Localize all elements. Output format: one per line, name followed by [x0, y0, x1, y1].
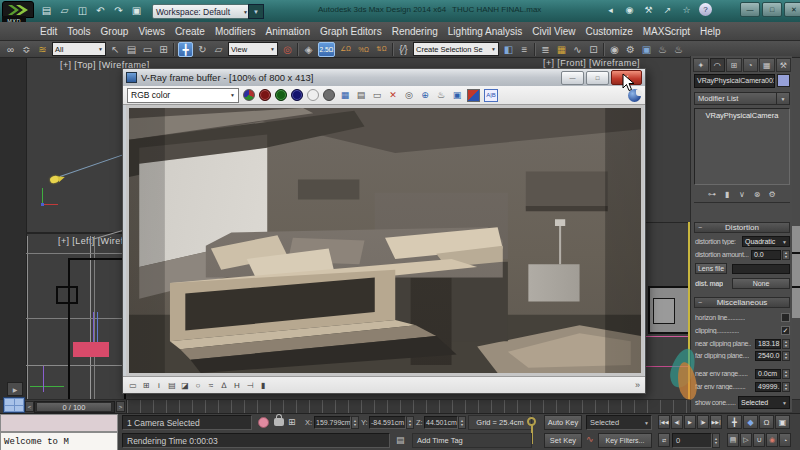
lens-file-button[interactable]: Lens file [695, 263, 727, 274]
lens-file-field[interactable] [732, 264, 790, 274]
reference-coordinate-dropdown[interactable]: View ▼ [228, 42, 278, 56]
curve-editor-icon[interactable]: ∿ [571, 43, 584, 56]
compare-ab-vertical-icon[interactable]: A|B [484, 89, 498, 102]
menu-customize[interactable]: Customize [585, 26, 632, 37]
selection-filter-dropdown[interactable]: All ▼ [52, 42, 106, 56]
menu-create[interactable]: Create [175, 26, 205, 37]
spinner-control[interactable] [782, 351, 790, 361]
angle-snap-icon[interactable]: ∠Ω [338, 43, 353, 56]
render-setup-icon[interactable]: ⚙ [624, 43, 637, 56]
close-button[interactable]: ✕ [784, 2, 800, 17]
collapse-arrow-icon[interactable]: ◂ [604, 3, 617, 16]
far-clip-field[interactable]: 2540.0 [755, 351, 781, 361]
render-production-icon[interactable]: ♨ [656, 43, 669, 56]
stamp-icon[interactable]: ▭ [128, 380, 138, 391]
tab-hierarchy-icon[interactable]: ⊞ [726, 58, 742, 72]
vfb-maximize-button[interactable]: □ [586, 71, 609, 85]
select-and-manipulate-icon[interactable]: ◈ [302, 43, 315, 56]
mirror-icon[interactable]: ◧ [502, 43, 515, 56]
time-slider-knob[interactable]: 0 / 100 [36, 402, 112, 412]
new-key-filter-icon[interactable]: ∿ [586, 434, 594, 444]
align-icon[interactable]: ≡ [518, 43, 531, 56]
menu-maxscript[interactable]: MAXScript [643, 26, 690, 37]
rollout-distortion-header[interactable]: − Distortion [694, 222, 790, 233]
select-object-icon[interactable]: ↖ [109, 43, 122, 56]
open-file-icon[interactable]: ▱ [58, 4, 71, 17]
menu-modifiers[interactable]: Modifiers [215, 26, 256, 37]
spinner-snap-icon[interactable]: ⇅Ω [374, 43, 389, 56]
icc-profile-icon[interactable]: H [232, 380, 242, 391]
previous-frame-button[interactable]: < [25, 401, 34, 412]
auto-key-button[interactable]: Auto Key [544, 415, 582, 430]
far-env-field[interactable]: 49999. [755, 382, 781, 392]
vfb-minimize-button[interactable]: — [561, 71, 584, 85]
zoom-extents-icon[interactable]: ╋ [727, 415, 742, 429]
maxscript-listener-pink[interactable] [0, 414, 118, 432]
print-image-icon[interactable]: ▤ [355, 89, 367, 102]
save-image-icon[interactable]: ▦ [339, 89, 351, 102]
tab-create-icon[interactable]: ✦ [693, 58, 709, 72]
walk-through-icon[interactable]: ◉ [766, 433, 778, 447]
menu-rendering[interactable]: Rendering [392, 26, 438, 37]
object-color-swatch[interactable] [777, 74, 790, 87]
tab-motion-icon[interactable]: ◔ [743, 58, 759, 72]
help-icon[interactable]: ? [699, 3, 712, 16]
named-selection-set-dropdown[interactable]: Create Selection Se ▼ [413, 42, 499, 56]
y-coordinate-field[interactable]: -84.591cm [369, 416, 406, 429]
next-frame-button[interactable]: > [116, 401, 125, 412]
transform-gizmo-icon[interactable]: ⊞ [288, 417, 296, 427]
color-balance-icon[interactable]: ≈ [206, 380, 216, 391]
spinner-control[interactable] [782, 339, 790, 349]
menu-civil-view[interactable]: Civil View [532, 26, 575, 37]
spinner-control[interactable] [712, 433, 720, 448]
spinner-control[interactable] [458, 416, 466, 429]
image-info-icon[interactable]: i [154, 380, 164, 391]
menu-animation[interactable]: Animation [265, 26, 309, 37]
srgb-icon[interactable]: ∆ [219, 380, 229, 391]
field-of-view-icon[interactable]: ▷ [740, 433, 752, 447]
schematic-view-icon[interactable]: ⊡ [587, 43, 600, 56]
select-and-scale-icon[interactable]: ▱ [212, 43, 225, 56]
show-pixel-info-icon[interactable]: ⊞ [141, 380, 151, 391]
stereo-icon[interactable]: ▮ [258, 380, 268, 391]
maximize-viewport-icon[interactable]: ▣ [775, 415, 790, 429]
communication-icon[interactable]: ↗ [661, 3, 674, 16]
dist-map-button[interactable]: None [732, 278, 790, 289]
menu-views[interactable]: Views [138, 26, 165, 37]
spinner-control[interactable] [406, 416, 414, 429]
clear-image-icon[interactable]: ✕ [387, 89, 399, 102]
edit-named-sets-icon[interactable]: {⁄} [397, 43, 410, 56]
load-image-icon[interactable]: ▭ [371, 89, 383, 102]
exposure-icon[interactable]: ○ [193, 380, 203, 391]
viewport-layout-tab-icon[interactable] [3, 397, 25, 413]
levels-icon[interactable]: ▤ [167, 380, 177, 391]
zoom-extents-all-icon[interactable]: ◆ [743, 415, 758, 429]
go-to-end-button[interactable]: ▶▶| [710, 415, 722, 429]
remove-modifier-icon[interactable]: ⊗ [751, 189, 763, 201]
menu-group[interactable]: Group [101, 26, 129, 37]
key-mode-toggle[interactable]: ⇄ [658, 433, 670, 447]
green-channel-icon[interactable] [275, 89, 287, 101]
play-button[interactable]: ▶ [684, 415, 696, 429]
select-and-link-icon[interactable]: ∞ [4, 43, 17, 56]
set-key-button[interactable]: Set Key [544, 433, 582, 448]
rectangular-selection-icon[interactable]: ▭ [141, 43, 154, 56]
show-corrections-icon[interactable]: ▣ [451, 89, 463, 102]
select-by-name-icon[interactable]: ▤ [125, 43, 138, 56]
redo-icon[interactable]: ↷ [112, 4, 125, 17]
rgb-channels-icon[interactable] [243, 89, 255, 101]
distortion-amount-field[interactable]: 0.0 [751, 250, 781, 260]
add-time-tag[interactable]: Add Time Tag [412, 433, 532, 448]
select-and-move-icon[interactable]: ╋ [178, 42, 193, 57]
zoom-region-icon[interactable]: ◔ [779, 433, 791, 447]
maximize-button[interactable]: □ [762, 2, 782, 17]
search-icon[interactable]: ◉ [623, 3, 636, 16]
region-render-icon[interactable]: ⊕ [419, 89, 431, 102]
layer-manager-icon[interactable]: ≣ [539, 43, 552, 56]
orbit-icon[interactable]: Ω [759, 415, 774, 429]
bind-to-space-warp-icon[interactable]: ≋ [36, 43, 49, 56]
pan-hand-icon[interactable]: ∪ [753, 433, 765, 447]
menu-edit[interactable]: Edit [40, 26, 57, 37]
minimize-button[interactable]: — [740, 2, 760, 17]
x-coordinate-field[interactable]: 159.799cm [314, 416, 351, 429]
